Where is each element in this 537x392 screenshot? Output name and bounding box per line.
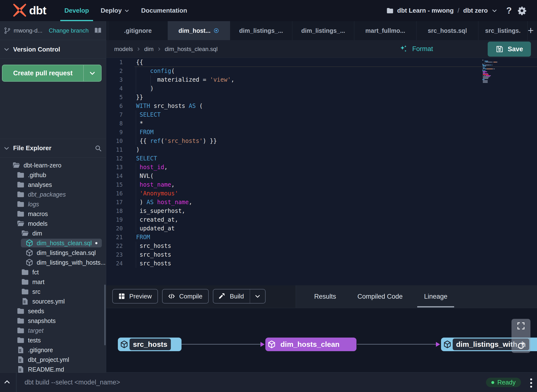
nav-item-documentation[interactable]: Documentation — [137, 0, 191, 21]
kebab-menu-icon[interactable] — [530, 378, 532, 388]
dbt-logo-icon — [13, 3, 27, 17]
minimap-mark — [494, 69, 494, 69]
tab-dim-listings-[interactable]: dim_listings_... — [292, 21, 354, 40]
code-text: host_name, — [136, 180, 175, 189]
tree-item-snapshots[interactable]: snapshots — [0, 316, 106, 326]
panel-tab-compiled-code[interactable]: Compiled Code — [354, 285, 406, 308]
tree-item-dim[interactable]: dim — [0, 228, 106, 238]
build-dropdown[interactable] — [250, 293, 265, 299]
code-token: WITH — [136, 103, 150, 109]
code-text: SELECT — [136, 154, 157, 163]
tab-src-hosts-sql[interactable]: src_hosts.sql — [416, 21, 478, 40]
folder-icon — [17, 200, 25, 208]
tree-item-logs[interactable]: logs — [0, 199, 106, 209]
tab-dim-listings-[interactable]: dim_listings_... — [230, 21, 292, 40]
format-button[interactable]: Format — [399, 40, 433, 58]
change-branch-link[interactable]: Change branch — [49, 27, 89, 34]
code-text: src_hosts — [136, 259, 171, 268]
tree-item-dbt-project-yml[interactable]: dbt_project.yml — [0, 355, 106, 365]
compile-button[interactable]: Compile — [162, 289, 208, 304]
code-text: {{ — [136, 58, 143, 67]
code-token: , — [171, 181, 175, 188]
code-editor[interactable]: 1{{2 config(3 materialized = 'view',4 )5… — [106, 58, 537, 285]
code-token — [136, 68, 150, 74]
lineage-node-src-hosts[interactable]: src_hosts — [118, 338, 182, 351]
minimap-mark — [494, 62, 497, 62]
tree-item-seeds[interactable]: seeds — [0, 306, 106, 316]
tree-item-models[interactable]: models — [0, 219, 106, 228]
tab-dim-host-[interactable]: dim_host... — [168, 21, 230, 40]
line-number: 15 — [106, 180, 123, 189]
tree-item-label: fct — [32, 269, 39, 276]
create-pull-request-button[interactable]: Create pull request — [2, 65, 102, 82]
command-input[interactable]: dbt build --select <model_name> — [25, 373, 120, 392]
chevron-up-icon[interactable] — [3, 378, 11, 386]
minimap-mark — [487, 69, 493, 69]
code-token: ( — [171, 68, 175, 74]
tree-item-dbt-learn-zero[interactable]: dbt-learn-zero — [0, 160, 106, 170]
nav-item-deploy[interactable]: Deploy — [96, 0, 134, 21]
tree-item-sources-yml[interactable]: sources.yml — [0, 296, 106, 306]
line-number: 18 — [106, 207, 123, 215]
new-tab-button[interactable]: + — [526, 21, 536, 40]
code-lines: 1{{2 config(3 materialized = 'view',4 )5… — [106, 58, 537, 268]
button-label: Build — [230, 293, 244, 300]
tab-src-listings-[interactable]: src_listings. — [478, 21, 528, 40]
tree-item-src[interactable]: src — [0, 287, 106, 296]
code-token: is_superhost, — [136, 208, 185, 214]
search-icon[interactable] — [95, 145, 102, 152]
unsaved-dot-icon — [213, 28, 219, 34]
lineage-node-dim-hosts-clean[interactable]: dim_hosts_clean — [265, 338, 356, 351]
project-name: dbt zero — [463, 7, 488, 14]
save-button[interactable]: Save — [488, 42, 531, 57]
code-line: 5}} — [106, 93, 537, 102]
panel-tab-lineage[interactable]: Lineage — [421, 285, 451, 308]
line-number: 10 — [106, 137, 123, 145]
tree-item-mart[interactable]: mart — [0, 277, 106, 287]
tree-item-dim-hosts-clean-sql[interactable]: dim_hosts_clean.sql — [0, 238, 106, 248]
lineage-canvas[interactable]: src_hosts dim_hosts_clean dim_listings_w… — [106, 308, 537, 372]
version-control-header[interactable]: Version Control — [0, 40, 106, 59]
editor-minimap[interactable] — [482, 60, 500, 83]
tab-mart-fullmo-[interactable]: mart_fullmo... — [354, 21, 416, 40]
breadcrumb-item[interactable]: models — [114, 46, 133, 52]
file-tree: dbt-learn-zero.githubanalysesdbt_package… — [0, 160, 106, 374]
folder-icon — [17, 210, 25, 218]
tree-item--gitignore[interactable]: .gitignore — [0, 345, 106, 355]
docs-book-icon[interactable] — [94, 26, 102, 35]
tree-item-analyses[interactable]: analyses — [0, 180, 106, 190]
tab--gitignore[interactable]: .gitignore — [108, 21, 168, 40]
minimap-mark — [485, 61, 488, 61]
tree-item-tests[interactable]: tests — [0, 335, 106, 345]
refresh-icon[interactable] — [517, 342, 525, 350]
tree-item-target[interactable]: target — [0, 326, 106, 335]
panel-tab-results[interactable]: Results — [311, 285, 339, 308]
dbt-logo[interactable]: dbt — [13, 3, 46, 17]
tree-item-dim-listings-with-hosts-[interactable]: dim_listings_with_hosts... — [0, 258, 106, 267]
tree-item-macros[interactable]: macros — [0, 209, 106, 219]
breadcrumb-item[interactable]: dim — [144, 46, 154, 52]
tree-item--github[interactable]: .github — [0, 170, 106, 180]
chevron-down-icon — [124, 8, 130, 13]
fullscreen-icon[interactable] — [517, 322, 525, 330]
project-switcher[interactable]: dbt Learn - mwong / dbt zero — [386, 7, 498, 15]
tree-item-label: logs — [28, 201, 39, 208]
tree-item-dbt-packages[interactable]: dbt_packages — [0, 190, 106, 199]
file-explorer-header[interactable]: File Explorer — [0, 139, 106, 157]
breadcrumb-item[interactable]: dim_hosts_clean.sql — [165, 46, 217, 52]
nav-item-develop[interactable]: Develop — [60, 0, 93, 21]
tree-item-fct[interactable]: fct — [0, 267, 106, 277]
tree-item-label: models — [28, 220, 48, 227]
line-number: 13 — [106, 163, 123, 172]
code-text: * — [136, 119, 143, 128]
sidebar-scrollbar[interactable] — [104, 285, 106, 345]
tree-item-dim-listings-clean-sql[interactable]: dim_listings_clean.sql — [0, 248, 106, 258]
line-number: 17 — [106, 198, 123, 207]
breadcrumb-separator: / — [457, 7, 460, 14]
gear-icon[interactable] — [517, 6, 527, 16]
build-button[interactable]: Build — [213, 289, 266, 304]
help-button[interactable]: ? — [506, 6, 512, 16]
preview-button[interactable]: Preview — [112, 289, 158, 304]
tree-item-label: seeds — [28, 308, 44, 315]
pull-request-dropdown[interactable] — [84, 70, 101, 77]
